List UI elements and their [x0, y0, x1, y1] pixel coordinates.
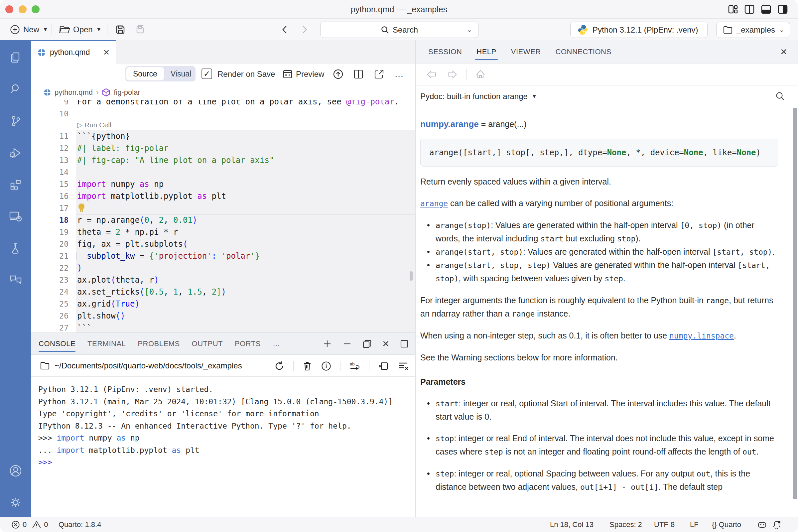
navigate-forward-button[interactable] [301, 19, 308, 40]
word-wrap-icon[interactable]: ab [349, 361, 360, 371]
encoding-status[interactable]: UTF-8 [654, 517, 674, 532]
help-search-icon[interactable] [775, 91, 785, 101]
code-line-26[interactable]: 26plt.show() [31, 310, 415, 322]
code-line-24[interactable]: 24ax.set_rticks([0.5, 1, 1.5, 2]) [31, 286, 415, 298]
preview-button[interactable]: Preview [283, 64, 324, 84]
panel-tab-console[interactable]: CONSOLE [39, 333, 75, 355]
code-line-17[interactable]: 17 [31, 202, 415, 214]
toggle-panel-icon[interactable] [761, 4, 772, 15]
tab-close-icon[interactable]: ✕ [103, 48, 110, 57]
sessions-icon[interactable] [9, 210, 22, 223]
interpreter-selector[interactable]: Python 3.12.1 (PipEnv: .venv) [570, 22, 707, 38]
notifications-bell-icon[interactable] [772, 517, 781, 532]
sidebar-close-icon[interactable]: ✕ [780, 40, 787, 63]
panel-maximize-icon[interactable] [399, 339, 409, 349]
panel-tab-ports[interactable]: PORTS [235, 333, 261, 355]
editor-action-bar: Source Visual ✓ Render on Save Preview … [31, 64, 415, 84]
toggle-secondary-sidebar-icon[interactable] [777, 4, 788, 15]
customize-layout-icon[interactable] [727, 4, 738, 15]
code-line-18[interactable]: 18r = np.arange(0, 2, 0.01) [31, 214, 415, 226]
code-line-9[interactable]: 9For a demonstration of a line plot on a… [31, 100, 415, 108]
sidebar-tab-viewer[interactable]: VIEWER [511, 40, 541, 63]
clear-console-icon[interactable] [397, 361, 408, 371]
breadcrumb-file[interactable]: python.qmd [55, 88, 93, 97]
sidebar-tab-session[interactable]: SESSION [428, 40, 462, 63]
panel-tab-output[interactable]: OUTPUT [192, 333, 223, 355]
move-console-icon[interactable] [378, 361, 389, 372]
run-cell-lens[interactable]: ▷ Run Cell [76, 120, 415, 130]
save-all-button[interactable] [134, 19, 146, 40]
explorer-icon[interactable] [10, 52, 22, 63]
open-button[interactable]: Open ▼ [59, 19, 102, 40]
language-mode-status[interactable]: {} Quarto [712, 517, 741, 532]
code-line-12[interactable]: 12#| label: fig-polar [31, 142, 415, 154]
code-editor[interactable]: 9For a demonstration of a line plot on a… [31, 100, 415, 332]
new-button[interactable]: New ▼ [10, 19, 48, 40]
code-line-19[interactable]: 19theta = 2 * np.pi * r [31, 226, 415, 238]
save-button[interactable] [115, 19, 126, 40]
tab-python-qmd[interactable]: python.qmd ✕ [31, 40, 116, 63]
panel-tab-problems[interactable]: PROBLEMS [138, 333, 179, 355]
code-line-10[interactable]: 10 [31, 108, 415, 120]
panel-close-icon[interactable]: ✕ [382, 339, 390, 349]
code-line-21[interactable]: 21 subplot_kw = {'projection': 'polar'} [31, 250, 415, 262]
mode-source-button[interactable]: Source [126, 67, 164, 80]
code-line-20[interactable]: 20fig, ax = plt.subplots( [31, 238, 415, 250]
breadcrumb[interactable]: python.qmd › fig-polar [31, 84, 415, 100]
console-output[interactable]: Python 3.12.1 (PipEnv: .venv) started.Py… [31, 377, 415, 517]
more-actions-button[interactable]: … [394, 64, 404, 84]
help-scrollbar-thumb[interactable] [793, 108, 797, 499]
workspace-selector[interactable]: _examples ⌄ [716, 22, 790, 38]
copilot-icon[interactable] [757, 517, 767, 532]
console-clear-trash-icon[interactable] [302, 361, 312, 372]
comments-icon[interactable] [9, 274, 22, 286]
open-in-new-window-button[interactable] [374, 64, 384, 84]
panel-tab-terminal[interactable]: TERMINAL [88, 333, 126, 355]
code-line-16[interactable]: 16import matplotlib.pyplot as plt [31, 190, 415, 202]
code-line-11[interactable]: 11```{python} [31, 130, 415, 142]
editor-scrollbar-thumb[interactable] [410, 271, 413, 281]
settings-gear-icon[interactable] [9, 496, 22, 509]
help-back-icon[interactable] [426, 70, 438, 79]
quarto-version-status[interactable]: Quarto: 1.8.4 [58, 517, 101, 532]
console-restart-icon[interactable] [274, 361, 285, 372]
render-document-button[interactable] [332, 64, 344, 84]
panel-tab-more[interactable]: … [273, 333, 280, 355]
breadcrumb-symbol[interactable]: fig-polar [114, 88, 140, 97]
split-editor-button[interactable] [353, 64, 364, 84]
cursor-position-status[interactable]: Ln 18, Col 13 [550, 517, 593, 532]
extensions-icon[interactable] [10, 178, 22, 191]
code-line-22[interactable]: 22) [31, 262, 415, 274]
panel-minimize-icon[interactable] [342, 339, 352, 349]
help-topic-label[interactable]: Pydoc: built-in function arange [420, 92, 528, 101]
working-directory-path[interactable]: ~/Documents/posit/quarto-web/docs/tools/… [55, 361, 242, 370]
panel-restore-icon[interactable] [362, 339, 372, 349]
eol-status[interactable]: LF [690, 517, 699, 532]
indentation-status[interactable]: Spaces: 2 [609, 517, 642, 532]
source-control-icon[interactable] [10, 115, 22, 127]
search-input[interactable]: Search ⌄ [320, 22, 478, 38]
problems-status[interactable]: 0 0 [11, 517, 48, 532]
code-line-15[interactable]: 15import numpy as np [31, 178, 415, 190]
sidebar-tab-help[interactable]: HELP [476, 40, 496, 63]
mode-visual-button[interactable]: Visual [164, 70, 198, 78]
code-line-23[interactable]: 23ax.plot(theta, r) [31, 274, 415, 286]
help-topic-chevron[interactable]: ▼ [532, 93, 537, 99]
run-debug-icon[interactable] [9, 147, 22, 159]
console-info-icon[interactable] [321, 361, 331, 372]
testing-icon[interactable] [10, 242, 22, 254]
code-line-13[interactable]: 13#| fig-cap: "A line plot on a polar ax… [31, 154, 415, 166]
panel-add-icon[interactable] [322, 339, 332, 349]
help-home-icon[interactable] [475, 69, 486, 80]
sidebar-tab-connections[interactable]: CONNECTIONS [556, 40, 611, 63]
code-line-25[interactable]: 25ax.grid(True) [31, 298, 415, 310]
render-on-save-checkbox[interactable]: ✓ [202, 69, 212, 79]
search-dropdown-chevron[interactable]: ⌄ [467, 25, 472, 34]
search-sidebar-icon[interactable] [10, 83, 22, 95]
toggle-split-editor-icon[interactable] [744, 4, 755, 15]
account-icon[interactable] [9, 464, 22, 477]
help-forward-icon[interactable] [446, 70, 457, 79]
code-line-14[interactable]: 14 [31, 166, 415, 178]
navigate-back-button[interactable] [281, 19, 288, 40]
code-line-27[interactable]: 27``` [31, 322, 415, 332]
